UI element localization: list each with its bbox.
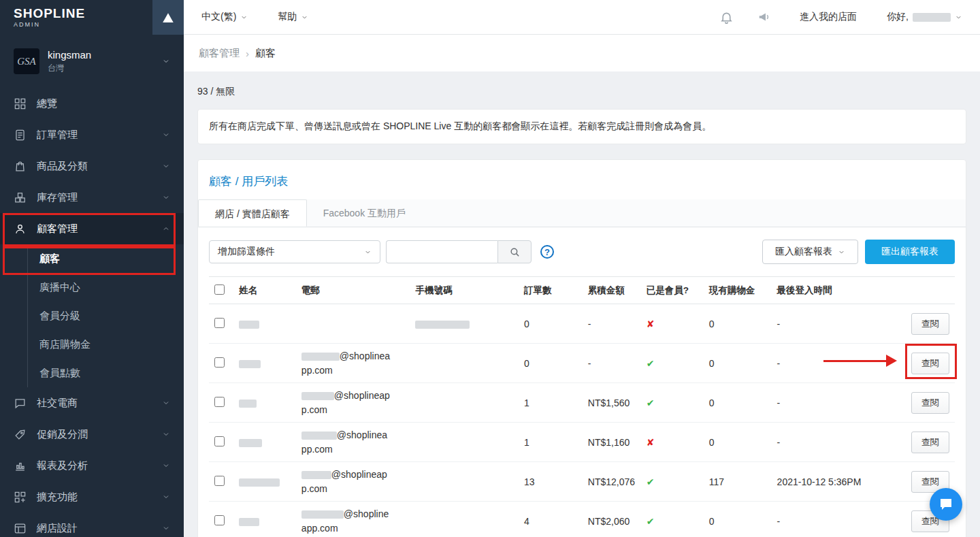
total-amount: - xyxy=(583,344,641,383)
apps-grid-icon xyxy=(14,490,27,504)
customer-quota: 93 / 無限 xyxy=(197,86,966,98)
search-input[interactable] xyxy=(386,240,497,263)
submenu-item-member-tiers[interactable]: 會員分級 xyxy=(28,302,184,330)
submenu-item-member-points[interactable]: 會員點數 xyxy=(28,359,184,387)
view-button[interactable]: 查閱 xyxy=(911,313,949,335)
member-cross-icon: ✘ xyxy=(647,437,655,448)
last-login: - xyxy=(772,344,887,383)
search-button[interactable] xyxy=(497,240,532,263)
redacted-name xyxy=(239,400,257,408)
merchant-region: 台灣 xyxy=(48,63,162,74)
sidebar-item-label: 擴充功能 xyxy=(37,491,78,504)
column-header-phone: 手機號碼 xyxy=(410,277,519,304)
orders-count: 1 xyxy=(519,423,583,462)
sidebar-item-reports[interactable]: 報表及分析 xyxy=(0,450,184,481)
main-area: 顧客管理 › 顧客 93 / 無限 所有在商店完成下單、曾傳送訊息或曾在 SHO… xyxy=(184,35,980,537)
export-customers-button[interactable]: 匯出顧客報表 xyxy=(865,240,955,264)
sidebar-item-social-commerce[interactable]: 社交電商 xyxy=(0,387,184,419)
account-menu[interactable]: 你好, xyxy=(887,11,962,23)
notification-bell-icon[interactable] xyxy=(719,10,734,25)
orders-count: 0 xyxy=(519,344,583,383)
chevron-down-icon xyxy=(301,14,308,21)
notice-text: 所有在商店完成下單、曾傳送訊息或曾在 SHOPLINE Live 互動的顧客都會… xyxy=(209,120,711,131)
redacted-email-prefix xyxy=(301,510,344,519)
view-button[interactable]: 查閱 xyxy=(911,432,949,453)
merchant-name: kingsman xyxy=(48,49,162,61)
sidebar-item-label: 社交電商 xyxy=(37,397,78,410)
view-button[interactable]: 查閱 xyxy=(911,392,949,414)
last-login: - xyxy=(772,502,887,537)
tab-online-offline-customers[interactable]: 網店 / 實體店顧客 xyxy=(198,199,307,227)
submenu-item-customers[interactable]: 顧客 xyxy=(28,244,184,273)
import-customers-button[interactable]: 匯入顧客報表 xyxy=(762,240,858,264)
sidebar-item-promotions[interactable]: 促銷及分潤 xyxy=(0,419,184,450)
redacted-phone xyxy=(415,321,470,329)
chat-bubble-icon xyxy=(14,396,27,410)
row-checkbox[interactable] xyxy=(214,515,225,525)
store-credit: 0 xyxy=(704,304,772,344)
view-button[interactable]: 查閱 xyxy=(911,353,949,374)
customer-table-body: 0-✘0-查閱@shoplineapp.com0-✔0-查閱@shoplinea… xyxy=(209,304,955,537)
breadcrumb-parent[interactable]: 顧客管理 xyxy=(199,47,240,60)
announcements-megaphone-icon[interactable] xyxy=(757,10,772,25)
brand-sub: ADMIN xyxy=(14,22,152,28)
redacted-name xyxy=(239,321,259,329)
shopline-logo-mark-icon[interactable] xyxy=(152,0,184,35)
notice-card: 所有在商店完成下單、曾傳送訊息或曾在 SHOPLINE Live 互動的顧客都會… xyxy=(197,109,966,144)
column-header-orders: 訂單數 xyxy=(519,277,583,304)
language-selector[interactable]: 中文(繁) xyxy=(201,11,248,23)
orders-count: 13 xyxy=(519,462,583,502)
store-credit: 0 xyxy=(704,383,772,423)
enter-store-link[interactable]: 進入我的店面 xyxy=(800,11,857,23)
select-all-checkbox[interactable] xyxy=(214,284,225,295)
row-checkbox[interactable] xyxy=(214,357,225,368)
chevron-down-icon xyxy=(162,57,170,65)
sidebar-item-products[interactable]: 商品及分類 xyxy=(0,150,184,182)
table-row: @shoplineapp.com1NT$1,560✔0-查閱 xyxy=(209,383,955,423)
chevron-down-icon xyxy=(162,162,170,170)
column-header-total: 累積金額 xyxy=(583,277,641,304)
row-checkbox[interactable] xyxy=(214,318,225,328)
submenu-item-broadcast-center[interactable]: 廣播中心 xyxy=(28,273,184,302)
sidebar-item-orders[interactable]: 訂單管理 xyxy=(0,119,184,150)
sidebar-item-customers[interactable]: 顧客管理 xyxy=(0,213,184,244)
row-checkbox[interactable] xyxy=(214,397,225,407)
tag-icon xyxy=(14,427,27,441)
chat-launcher-button[interactable] xyxy=(930,488,962,521)
chevron-down-icon xyxy=(162,461,170,470)
chat-icon xyxy=(938,496,954,512)
row-checkbox[interactable] xyxy=(214,436,225,446)
sidebar-logo-row: SHOPLINE ADMIN xyxy=(0,0,184,35)
sidebar-item-label: 顧客管理 xyxy=(37,223,78,235)
sidebar-item-apps[interactable]: 擴充功能 xyxy=(0,481,184,512)
tab-facebook-users[interactable]: Facebook 互動用戶 xyxy=(307,199,422,227)
last-login: - xyxy=(772,383,887,423)
column-header-actions xyxy=(887,277,955,304)
add-filter-select[interactable]: 增加篩選條件 xyxy=(209,240,380,263)
sidebar-item-store-design[interactable]: 網店設計 xyxy=(0,512,184,537)
customers-submenu: 顧客 廣播中心 會員分級 商店購物金 會員點數 xyxy=(27,244,184,387)
sidebar-item-label: 報表及分析 xyxy=(37,459,88,472)
add-filter-label: 增加篩選條件 xyxy=(218,246,275,258)
tab-label: 網店 / 實體店顧客 xyxy=(215,208,290,219)
sidebar-item-inventory[interactable]: 庫存管理 xyxy=(0,182,184,213)
column-header-email: 電郵 xyxy=(296,277,410,304)
member-cross-icon: ✘ xyxy=(647,319,655,329)
table-row: @shoplineapp.com4NT$2,060✔0-查閱 xyxy=(209,502,955,537)
column-header-credit: 現有購物金 xyxy=(704,277,772,304)
sidebar-item-label: 訂單管理 xyxy=(37,129,78,142)
sidebar-item-label: 商品及分類 xyxy=(37,160,88,173)
greeting-label: 你好, xyxy=(887,11,909,23)
chevron-down-icon xyxy=(162,399,170,407)
store-credit: 0 xyxy=(704,423,772,462)
sidebar-menu: 總覽 訂單管理 商品及分類 庫存管理 顧客管理 顧客 廣播中心 會員分級 商店購… xyxy=(0,88,184,537)
person-icon xyxy=(14,222,27,235)
help-question-icon[interactable]: ? xyxy=(540,245,554,259)
submenu-item-store-credits[interactable]: 商店購物金 xyxy=(28,330,184,359)
help-menu[interactable]: 幫助 xyxy=(278,11,308,23)
bar-chart-icon xyxy=(14,459,27,472)
shopping-bag-icon xyxy=(14,159,27,173)
sidebar-item-overview[interactable]: 總覽 xyxy=(0,88,184,119)
row-checkbox[interactable] xyxy=(214,476,225,486)
merchant-switcher[interactable]: GSA kingsman 台灣 xyxy=(0,35,184,88)
